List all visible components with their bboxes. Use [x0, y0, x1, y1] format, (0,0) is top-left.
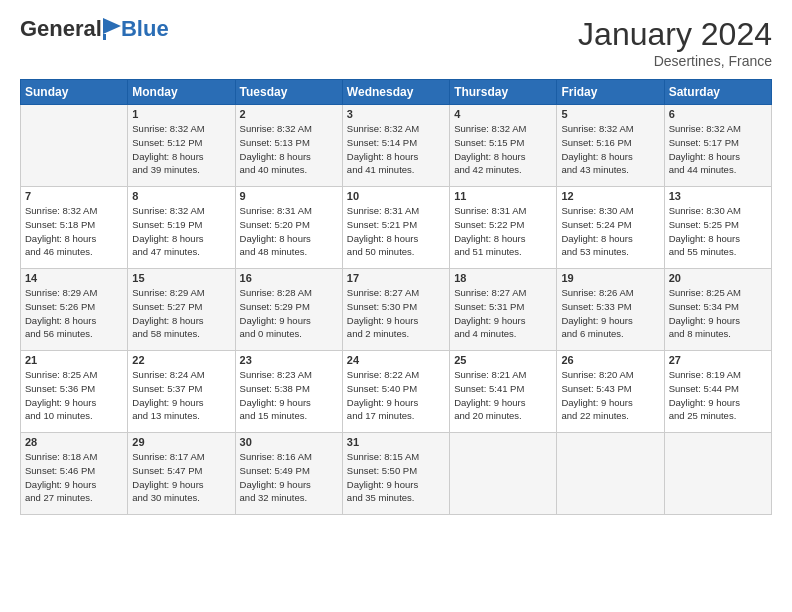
calendar-cell: 8Sunrise: 8:32 AMSunset: 5:19 PMDaylight… [128, 187, 235, 269]
day-number: 26 [561, 354, 659, 366]
logo-flag-icon [103, 18, 121, 40]
day-number: 21 [25, 354, 123, 366]
day-number: 24 [347, 354, 445, 366]
cell-content: Sunrise: 8:15 AMSunset: 5:50 PMDaylight:… [347, 450, 445, 505]
cell-content: Sunrise: 8:21 AMSunset: 5:41 PMDaylight:… [454, 368, 552, 423]
day-number: 29 [132, 436, 230, 448]
day-number: 23 [240, 354, 338, 366]
cell-content: Sunrise: 8:25 AMSunset: 5:34 PMDaylight:… [669, 286, 767, 341]
day-number: 20 [669, 272, 767, 284]
cell-content: Sunrise: 8:32 AMSunset: 5:13 PMDaylight:… [240, 122, 338, 177]
day-number: 15 [132, 272, 230, 284]
calendar-cell: 16Sunrise: 8:28 AMSunset: 5:29 PMDayligh… [235, 269, 342, 351]
calendar-cell: 17Sunrise: 8:27 AMSunset: 5:30 PMDayligh… [342, 269, 449, 351]
cell-content: Sunrise: 8:26 AMSunset: 5:33 PMDaylight:… [561, 286, 659, 341]
cell-content: Sunrise: 8:27 AMSunset: 5:30 PMDaylight:… [347, 286, 445, 341]
header-wednesday: Wednesday [342, 80, 449, 105]
week-row-4: 28Sunrise: 8:18 AMSunset: 5:46 PMDayligh… [21, 433, 772, 515]
day-number: 31 [347, 436, 445, 448]
cell-content: Sunrise: 8:32 AMSunset: 5:14 PMDaylight:… [347, 122, 445, 177]
day-number: 7 [25, 190, 123, 202]
calendar-cell: 21Sunrise: 8:25 AMSunset: 5:36 PMDayligh… [21, 351, 128, 433]
day-number: 6 [669, 108, 767, 120]
header-tuesday: Tuesday [235, 80, 342, 105]
header-monday: Monday [128, 80, 235, 105]
calendar-cell: 12Sunrise: 8:30 AMSunset: 5:24 PMDayligh… [557, 187, 664, 269]
cell-content: Sunrise: 8:32 AMSunset: 5:17 PMDaylight:… [669, 122, 767, 177]
day-number: 27 [669, 354, 767, 366]
cell-content: Sunrise: 8:31 AMSunset: 5:20 PMDaylight:… [240, 204, 338, 259]
day-number: 30 [240, 436, 338, 448]
day-number: 11 [454, 190, 552, 202]
week-row-2: 14Sunrise: 8:29 AMSunset: 5:26 PMDayligh… [21, 269, 772, 351]
cell-content: Sunrise: 8:32 AMSunset: 5:12 PMDaylight:… [132, 122, 230, 177]
calendar-cell: 19Sunrise: 8:26 AMSunset: 5:33 PMDayligh… [557, 269, 664, 351]
cell-content: Sunrise: 8:32 AMSunset: 5:15 PMDaylight:… [454, 122, 552, 177]
cell-content: Sunrise: 8:18 AMSunset: 5:46 PMDaylight:… [25, 450, 123, 505]
calendar-table: Sunday Monday Tuesday Wednesday Thursday… [20, 79, 772, 515]
day-number: 18 [454, 272, 552, 284]
month-title: January 2024 [578, 16, 772, 53]
calendar-cell: 20Sunrise: 8:25 AMSunset: 5:34 PMDayligh… [664, 269, 771, 351]
week-row-0: 1Sunrise: 8:32 AMSunset: 5:12 PMDaylight… [21, 105, 772, 187]
day-number: 5 [561, 108, 659, 120]
day-number: 16 [240, 272, 338, 284]
cell-content: Sunrise: 8:32 AMSunset: 5:16 PMDaylight:… [561, 122, 659, 177]
day-number: 19 [561, 272, 659, 284]
logo-general-text: General [20, 16, 102, 42]
calendar-cell [664, 433, 771, 515]
calendar-cell: 13Sunrise: 8:30 AMSunset: 5:25 PMDayligh… [664, 187, 771, 269]
calendar-cell: 2Sunrise: 8:32 AMSunset: 5:13 PMDaylight… [235, 105, 342, 187]
calendar-cell: 4Sunrise: 8:32 AMSunset: 5:15 PMDaylight… [450, 105, 557, 187]
week-row-3: 21Sunrise: 8:25 AMSunset: 5:36 PMDayligh… [21, 351, 772, 433]
day-number: 2 [240, 108, 338, 120]
calendar-cell: 28Sunrise: 8:18 AMSunset: 5:46 PMDayligh… [21, 433, 128, 515]
cell-content: Sunrise: 8:30 AMSunset: 5:24 PMDaylight:… [561, 204, 659, 259]
cell-content: Sunrise: 8:19 AMSunset: 5:44 PMDaylight:… [669, 368, 767, 423]
day-number: 1 [132, 108, 230, 120]
header-thursday: Thursday [450, 80, 557, 105]
cell-content: Sunrise: 8:20 AMSunset: 5:43 PMDaylight:… [561, 368, 659, 423]
header-row: Sunday Monday Tuesday Wednesday Thursday… [21, 80, 772, 105]
logo-blue-text: Blue [121, 16, 169, 42]
week-row-1: 7Sunrise: 8:32 AMSunset: 5:18 PMDaylight… [21, 187, 772, 269]
header-friday: Friday [557, 80, 664, 105]
calendar-cell: 10Sunrise: 8:31 AMSunset: 5:21 PMDayligh… [342, 187, 449, 269]
cell-content: Sunrise: 8:29 AMSunset: 5:27 PMDaylight:… [132, 286, 230, 341]
calendar-cell: 15Sunrise: 8:29 AMSunset: 5:27 PMDayligh… [128, 269, 235, 351]
header: General Blue January 2024 Desertines, Fr… [20, 16, 772, 69]
day-number: 10 [347, 190, 445, 202]
svg-rect-1 [103, 34, 106, 40]
day-number: 17 [347, 272, 445, 284]
calendar-cell: 1Sunrise: 8:32 AMSunset: 5:12 PMDaylight… [128, 105, 235, 187]
day-number: 13 [669, 190, 767, 202]
svg-marker-0 [103, 18, 121, 34]
title-block: January 2024 Desertines, France [578, 16, 772, 69]
calendar-cell: 7Sunrise: 8:32 AMSunset: 5:18 PMDaylight… [21, 187, 128, 269]
calendar-cell: 14Sunrise: 8:29 AMSunset: 5:26 PMDayligh… [21, 269, 128, 351]
calendar-cell: 24Sunrise: 8:22 AMSunset: 5:40 PMDayligh… [342, 351, 449, 433]
calendar-cell: 18Sunrise: 8:27 AMSunset: 5:31 PMDayligh… [450, 269, 557, 351]
cell-content: Sunrise: 8:32 AMSunset: 5:18 PMDaylight:… [25, 204, 123, 259]
calendar-cell: 5Sunrise: 8:32 AMSunset: 5:16 PMDaylight… [557, 105, 664, 187]
day-number: 14 [25, 272, 123, 284]
cell-content: Sunrise: 8:31 AMSunset: 5:21 PMDaylight:… [347, 204, 445, 259]
day-number: 22 [132, 354, 230, 366]
calendar-cell: 3Sunrise: 8:32 AMSunset: 5:14 PMDaylight… [342, 105, 449, 187]
calendar-cell [557, 433, 664, 515]
calendar-cell: 22Sunrise: 8:24 AMSunset: 5:37 PMDayligh… [128, 351, 235, 433]
day-number: 12 [561, 190, 659, 202]
cell-content: Sunrise: 8:28 AMSunset: 5:29 PMDaylight:… [240, 286, 338, 341]
day-number: 8 [132, 190, 230, 202]
calendar-cell: 6Sunrise: 8:32 AMSunset: 5:17 PMDaylight… [664, 105, 771, 187]
location-text: Desertines, France [578, 53, 772, 69]
header-saturday: Saturday [664, 80, 771, 105]
header-sunday: Sunday [21, 80, 128, 105]
day-number: 9 [240, 190, 338, 202]
calendar-cell [450, 433, 557, 515]
page-container: General Blue January 2024 Desertines, Fr… [0, 0, 792, 525]
day-number: 28 [25, 436, 123, 448]
calendar-cell: 25Sunrise: 8:21 AMSunset: 5:41 PMDayligh… [450, 351, 557, 433]
cell-content: Sunrise: 8:25 AMSunset: 5:36 PMDaylight:… [25, 368, 123, 423]
cell-content: Sunrise: 8:32 AMSunset: 5:19 PMDaylight:… [132, 204, 230, 259]
